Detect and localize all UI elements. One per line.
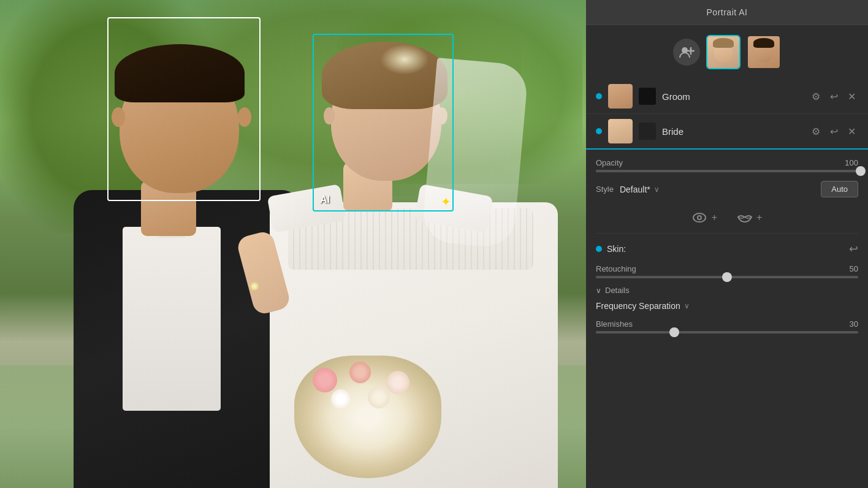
lips-icon	[736, 211, 754, 224]
auto-button[interactable]: Auto	[821, 181, 858, 197]
groom-dot	[596, 93, 602, 99]
chevron-down-icon: ∨	[654, 185, 660, 194]
groom-mini-thumb	[608, 84, 633, 109]
persons-row	[586, 25, 868, 79]
action-icons-row: + +	[596, 206, 858, 234]
bride-face-detection-box: AI ✦	[313, 34, 454, 212]
panel-header: Portrait AI	[586, 0, 868, 25]
eye-plus-icon: +	[712, 213, 717, 223]
photo-overlay: AI ✦	[0, 0, 576, 488]
bride-person-row: Bride ⚙ ↩ ✕	[586, 114, 868, 150]
frequency-separation-chevron-icon: ∨	[684, 302, 690, 310]
groom-face-detection-box	[107, 17, 261, 201]
groom-actions: ⚙ ↩ ✕	[809, 90, 858, 104]
blemishes-row: Blemishes 30	[596, 319, 858, 329]
bride-name: Bride	[662, 126, 803, 137]
style-value: Default*	[620, 185, 650, 194]
frequency-separation-label: Frequency Separation	[596, 301, 680, 311]
opacity-label: Opacity	[596, 158, 623, 167]
portrait-ai-panel: Portrait AI	[586, 0, 868, 488]
groom-settings-button[interactable]: ⚙	[809, 90, 823, 104]
add-person-button[interactable]	[673, 39, 700, 66]
opacity-slider-track[interactable]	[596, 170, 858, 172]
skin-dot	[596, 246, 602, 252]
retouching-slider-fill	[596, 276, 727, 278]
ai-label: AI	[320, 194, 330, 205]
skin-label: Skin:	[607, 244, 626, 254]
skin-section-header: Skin: ↩	[596, 242, 858, 256]
details-label: Details	[605, 286, 630, 295]
add-person-icon	[679, 45, 695, 59]
svg-point-5	[698, 216, 701, 219]
retouching-slider-thumb[interactable]	[722, 272, 732, 282]
eye-icon	[692, 211, 709, 224]
bride-thumbnail[interactable]	[706, 35, 740, 69]
skin-title-row: Skin:	[596, 244, 626, 254]
controls-panel: Opacity 100 Style Default* ∨ Auto	[586, 150, 868, 488]
bride-mini-thumb	[608, 119, 633, 143]
bride-mask-thumb	[639, 123, 656, 140]
style-dropdown-button[interactable]: Default* ∨	[620, 185, 660, 194]
bride-settings-button[interactable]: ⚙	[809, 124, 823, 139]
details-chevron-icon: ∨	[596, 286, 601, 295]
bride-dot	[596, 128, 602, 134]
add-eye-button[interactable]: +	[692, 211, 717, 224]
frequency-separation-row: Frequency Separation ∨	[596, 301, 858, 311]
retouching-slider-track[interactable]	[596, 276, 858, 278]
groom-close-button[interactable]: ✕	[845, 90, 858, 104]
blemishes-label: Blemishes	[596, 319, 633, 329]
groom-name: Groom	[662, 91, 803, 102]
retouching-label: Retouching	[596, 264, 636, 273]
retouching-value: 50	[850, 264, 858, 273]
blemishes-slider-fill	[596, 331, 674, 334]
bride-actions: ⚙ ↩ ✕	[809, 124, 858, 139]
skin-reset-button[interactable]: ↩	[849, 242, 858, 256]
style-label: Style	[596, 185, 614, 194]
bride-close-button[interactable]: ✕	[845, 124, 858, 139]
blemishes-slider-track[interactable]	[596, 331, 858, 334]
groom-person-row: Groom ⚙ ↩ ✕	[586, 79, 868, 114]
opacity-row: Opacity 100	[596, 158, 858, 167]
add-lips-button[interactable]: +	[736, 211, 762, 224]
blemishes-slider-thumb[interactable]	[669, 327, 679, 337]
bride-undo-button[interactable]: ↩	[828, 124, 840, 139]
groom-undo-button[interactable]: ↩	[828, 90, 840, 104]
lips-plus-icon: +	[756, 213, 762, 223]
opacity-slider-fill	[596, 170, 858, 172]
ai-cursor-icon: ✦	[441, 194, 451, 209]
opacity-value: 100	[845, 158, 858, 167]
groom-mask-thumb	[639, 88, 656, 105]
blemishes-value: 30	[850, 319, 858, 329]
details-header: ∨ Details	[596, 286, 858, 295]
style-row: Style Default* ∨ Auto	[596, 181, 858, 197]
opacity-slider-thumb[interactable]	[856, 166, 866, 176]
groom-thumbnail[interactable]	[747, 35, 781, 69]
panel-title: Portrait AI	[707, 7, 748, 17]
